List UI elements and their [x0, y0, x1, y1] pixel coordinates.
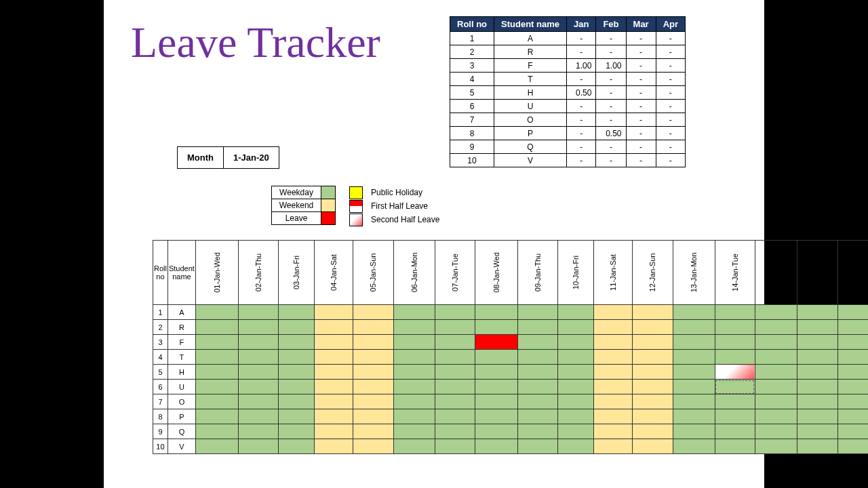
cal-cell[interactable]: [633, 320, 673, 335]
cal-cell[interactable]: [797, 439, 837, 454]
cal-cell[interactable]: [353, 305, 393, 320]
cal-cell[interactable]: [278, 380, 314, 394]
cal-cell[interactable]: [837, 335, 868, 350]
cal-cell[interactable]: [594, 365, 633, 380]
cal-cell[interactable]: [353, 335, 393, 350]
cal-cell[interactable]: [393, 350, 435, 365]
cal-cell[interactable]: [314, 394, 353, 409]
cal-cell[interactable]: [238, 409, 278, 424]
cal-cell[interactable]: [715, 305, 755, 320]
cal-cell[interactable]: [715, 424, 755, 439]
cal-cell[interactable]: [195, 394, 238, 409]
cal-cell[interactable]: [594, 380, 633, 394]
cal-cell[interactable]: [195, 320, 238, 335]
cal-cell[interactable]: [195, 380, 238, 394]
cal-cell[interactable]: [755, 320, 797, 335]
cal-cell[interactable]: [755, 394, 797, 409]
cal-cell[interactable]: [314, 424, 353, 439]
cal-cell[interactable]: [517, 394, 557, 409]
cal-cell[interactable]: [435, 439, 475, 454]
cal-cell[interactable]: [393, 365, 435, 380]
cal-cell[interactable]: [633, 365, 673, 380]
cal-cell[interactable]: [238, 424, 278, 439]
cal-cell[interactable]: [837, 380, 868, 394]
cal-cell[interactable]: [393, 409, 435, 424]
cal-cell[interactable]: [755, 350, 797, 365]
cal-cell[interactable]: [594, 305, 633, 320]
cal-cell[interactable]: [435, 365, 475, 380]
cal-cell[interactable]: [278, 424, 314, 439]
cal-cell[interactable]: [837, 394, 868, 409]
cal-cell[interactable]: [238, 394, 278, 409]
cal-cell[interactable]: [633, 380, 673, 394]
cal-cell[interactable]: [633, 439, 673, 454]
cal-cell[interactable]: [278, 305, 314, 320]
cal-cell[interactable]: [353, 350, 393, 365]
cal-cell[interactable]: [195, 350, 238, 365]
cal-cell[interactable]: [278, 365, 314, 380]
cal-cell[interactable]: [633, 394, 673, 409]
cal-cell[interactable]: [715, 350, 755, 365]
cal-cell[interactable]: [797, 350, 837, 365]
cal-cell[interactable]: [517, 335, 557, 350]
cal-cell[interactable]: [755, 335, 797, 350]
cal-cell[interactable]: [314, 380, 353, 394]
cal-cell[interactable]: [755, 305, 797, 320]
cal-cell[interactable]: [673, 365, 715, 380]
cal-cell[interactable]: [238, 380, 278, 394]
cal-cell[interactable]: [558, 365, 594, 380]
cal-cell[interactable]: [633, 305, 673, 320]
cal-cell[interactable]: [633, 350, 673, 365]
cal-cell[interactable]: [558, 424, 594, 439]
cal-cell[interactable]: [393, 320, 435, 335]
cal-cell[interactable]: [594, 320, 633, 335]
cal-cell[interactable]: [558, 350, 594, 365]
cal-cell[interactable]: [755, 365, 797, 380]
cal-cell[interactable]: [238, 320, 278, 335]
cal-cell[interactable]: [475, 380, 518, 394]
cal-cell[interactable]: [238, 365, 278, 380]
cal-cell[interactable]: [673, 439, 715, 454]
cal-cell[interactable]: [797, 365, 837, 380]
calendar-grid[interactable]: RollnoStudentname01-Jan-Wed02-Jan-Thu03-…: [153, 240, 868, 454]
cal-cell[interactable]: [435, 350, 475, 365]
cal-cell[interactable]: [195, 335, 238, 350]
cal-cell[interactable]: [797, 409, 837, 424]
cal-cell[interactable]: [715, 409, 755, 424]
cal-cell[interactable]: [435, 409, 475, 424]
cal-cell[interactable]: [435, 394, 475, 409]
cal-cell[interactable]: [314, 350, 353, 365]
cal-cell[interactable]: [633, 424, 673, 439]
cal-cell[interactable]: [353, 439, 393, 454]
cal-cell[interactable]: [837, 424, 868, 439]
cal-cell[interactable]: [353, 320, 393, 335]
cal-cell[interactable]: [715, 439, 755, 454]
cal-cell[interactable]: [393, 394, 435, 409]
cal-cell[interactable]: [594, 394, 633, 409]
cal-cell[interactable]: [353, 365, 393, 380]
cal-cell[interactable]: [673, 380, 715, 394]
cal-cell[interactable]: [195, 424, 238, 439]
cal-cell[interactable]: [558, 439, 594, 454]
cal-cell[interactable]: [278, 335, 314, 350]
cal-cell[interactable]: [435, 424, 475, 439]
cal-cell[interactable]: [558, 409, 594, 424]
cal-cell[interactable]: [475, 320, 518, 335]
cal-cell[interactable]: [278, 439, 314, 454]
cal-cell[interactable]: [314, 305, 353, 320]
cal-cell[interactable]: [837, 320, 868, 335]
cal-cell[interactable]: [475, 439, 518, 454]
cal-cell[interactable]: [314, 409, 353, 424]
cal-cell[interactable]: [837, 409, 868, 424]
cal-cell[interactable]: [238, 439, 278, 454]
cal-cell[interactable]: [633, 335, 673, 350]
cal-cell[interactable]: [314, 320, 353, 335]
cal-cell[interactable]: [673, 335, 715, 350]
cal-cell[interactable]: [314, 439, 353, 454]
cal-cell[interactable]: [715, 320, 755, 335]
cal-cell[interactable]: [517, 409, 557, 424]
cal-cell[interactable]: [797, 320, 837, 335]
cal-cell[interactable]: [517, 305, 557, 320]
cal-cell[interactable]: [558, 335, 594, 350]
cal-cell[interactable]: [517, 350, 557, 365]
